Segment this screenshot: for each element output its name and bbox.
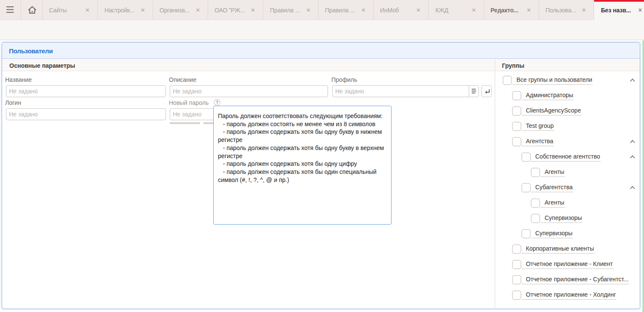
svg-text:?: ? [216, 100, 218, 105]
